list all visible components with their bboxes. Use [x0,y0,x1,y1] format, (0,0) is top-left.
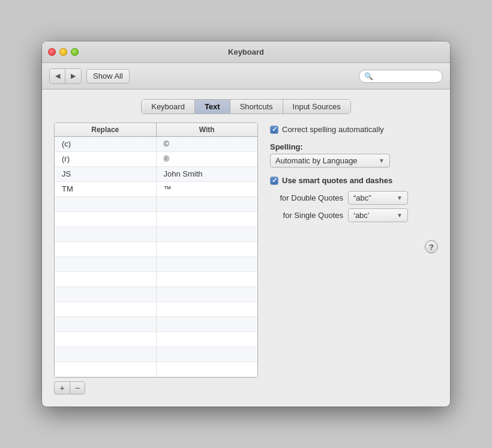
header-with: With [157,123,258,136]
double-quotes-row: for Double Quotes “abc” ▼ [270,191,438,205]
settings-section: ✓ Correct spelling automatically Spellin… [270,123,438,253]
empty-row [55,242,257,257]
empty-row [55,227,257,242]
empty-row [55,347,257,362]
chevron-down-icon: ▼ [397,195,403,201]
spelling-section: Spelling: Automatic by Language ▼ [270,142,438,168]
empty-row [55,317,257,332]
table-row[interactable]: (c) © [55,137,257,152]
smart-quotes-label: Use smart quotes and dashes [282,176,392,185]
table-row[interactable]: TM ™ [55,182,257,197]
back-button[interactable]: ◀ [50,69,65,83]
search-input[interactable] [376,72,437,80]
main-content: Replace With (c) © (r) ® JS [54,123,438,395]
help-button[interactable]: ? [425,240,438,253]
cell-replace-0: (c) [55,137,157,151]
tabs: Keyboard Text Shortcuts Input Sources [141,99,351,114]
empty-row [55,212,257,227]
table-row[interactable]: JS John Smith [55,167,257,182]
single-quotes-row: for Single Quotes ‘abc’ ▼ [270,208,438,222]
chevron-down-icon: ▼ [397,212,403,219]
toolbar: ◀ ▶ Show All 🔍 [42,63,450,89]
double-quotes-dropdown[interactable]: “abc” ▼ [348,191,408,205]
empty-row [55,197,257,212]
checkmark-icon: ✓ [272,177,277,184]
search-box: 🔍 [359,70,443,83]
spelling-dropdown[interactable]: Automatic by Language ▼ [270,154,390,168]
traffic-lights [48,48,79,56]
show-all-button[interactable]: Show All [86,69,130,83]
tab-keyboard[interactable]: Keyboard [142,100,195,114]
table-section: Replace With (c) © (r) ® JS [54,123,258,395]
single-quotes-dropdown[interactable]: ‘abc’ ▼ [348,208,408,222]
empty-row [55,302,257,317]
titlebar: Keyboard [42,41,450,63]
replace-table: Replace With (c) © (r) ® JS [54,123,258,378]
empty-row [55,287,257,302]
single-quotes-label: for Single Quotes [270,211,348,220]
window-title: Keyboard [228,47,264,56]
search-icon: 🔍 [364,72,373,80]
cell-replace-2: JS [55,167,157,181]
nav-buttons: ◀ ▶ [49,68,82,84]
empty-row [55,362,257,377]
cell-replace-1: (r) [55,152,157,166]
table-actions: + − [54,381,258,395]
chevron-down-icon: ▼ [379,157,385,164]
tab-text[interactable]: Text [195,100,230,114]
correct-spelling-row: ✓ Correct spelling automatically [270,125,438,134]
remove-row-button[interactable]: − [70,381,85,395]
empty-row [55,272,257,287]
smart-quotes-section: ✓ Use smart quotes and dashes for Double… [270,176,438,222]
empty-row [55,257,257,272]
smart-quotes-checkbox[interactable]: ✓ [270,177,278,185]
minimize-button[interactable] [59,48,67,56]
content-area: Keyboard Text Shortcuts Input Sources Re… [42,89,450,407]
tab-input-sources[interactable]: Input Sources [283,100,350,114]
help-section: ? [270,240,438,253]
header-replace: Replace [55,123,157,136]
table-body: (c) © (r) ® JS John Smith TM [55,137,257,377]
empty-row [55,332,257,347]
tab-shortcuts[interactable]: Shortcuts [230,100,283,114]
correct-spelling-label: Correct spelling automatically [282,125,384,134]
cell-replace-3: TM [55,182,157,196]
cell-with-0: © [157,137,258,151]
spelling-section-label: Spelling: [270,142,438,151]
correct-spelling-checkbox[interactable]: ✓ [270,126,278,134]
checkmark-icon: ✓ [272,126,277,133]
cell-with-1: ® [157,152,258,166]
smart-quotes-row: ✓ Use smart quotes and dashes [270,176,438,185]
table-row[interactable]: (r) ® [55,152,257,167]
cell-with-3: ™ [157,182,258,196]
keyboard-window: Keyboard ◀ ▶ Show All 🔍 Keyboard Text Sh… [42,41,450,407]
cell-with-2: John Smith [157,167,258,181]
maximize-button[interactable] [71,48,79,56]
add-row-button[interactable]: + [54,381,70,395]
spelling-dropdown-value: Automatic by Language [275,156,358,165]
double-quotes-label: for Double Quotes [270,193,348,202]
double-quotes-value: “abc” [353,193,371,202]
single-quotes-value: ‘abc’ [353,211,370,220]
tabs-row: Keyboard Text Shortcuts Input Sources [54,99,438,114]
table-header: Replace With [55,123,257,137]
forward-button[interactable]: ▶ [65,69,81,83]
close-button[interactable] [48,48,56,56]
